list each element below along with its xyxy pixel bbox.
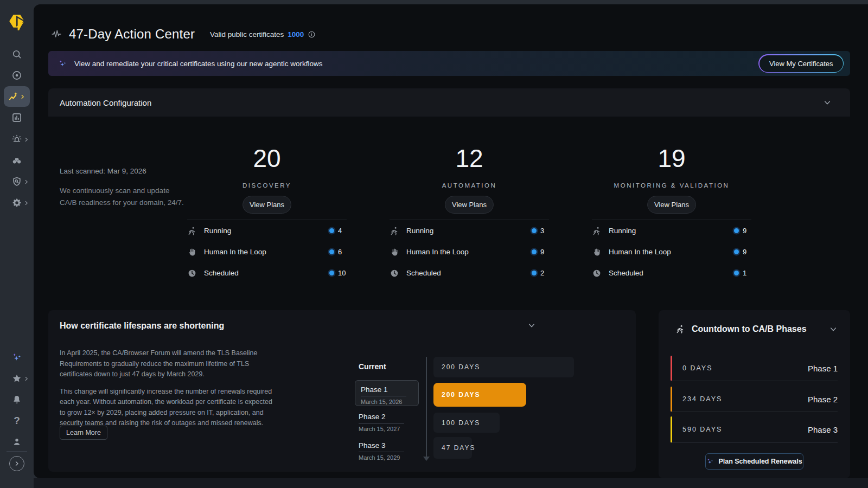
blue-dot bbox=[734, 249, 739, 254]
blue-dot bbox=[532, 228, 537, 233]
discovery-binoculars-icon[interactable] bbox=[8, 152, 25, 169]
phase-item-2[interactable]: Phase 2 March 15, 2027 bbox=[359, 412, 415, 432]
stat-row-running[interactable]: Running 9 bbox=[592, 220, 751, 241]
lifespan-bar-200-days: 200 DAYS bbox=[433, 357, 574, 377]
clock-icon bbox=[592, 268, 602, 278]
phase-item-3[interactable]: Phase 3 March 15, 2029 bbox=[359, 440, 415, 461]
workflow-route-icon bbox=[8, 91, 19, 102]
chevron-down-icon[interactable] bbox=[829, 325, 838, 333]
countdown-header: Countdown to CA/B Phases bbox=[675, 324, 838, 334]
stat-row-scheduled[interactable]: Scheduled 2 bbox=[390, 262, 549, 284]
stat-row-human-in-the-loop[interactable]: Human In the Loop 6 bbox=[187, 241, 347, 262]
blue-dot bbox=[532, 271, 537, 275]
target-icon[interactable] bbox=[8, 67, 25, 84]
phase-accent-bar bbox=[671, 356, 672, 381]
view-plans-button[interactable]: View Plans bbox=[445, 196, 494, 214]
hand-icon bbox=[390, 247, 399, 257]
ai-sparkles-icon[interactable] bbox=[8, 349, 25, 366]
search-icon[interactable] bbox=[8, 46, 25, 63]
stat-label: MONITORING & VALIDATION bbox=[592, 182, 751, 189]
stat-label: AUTOMATION bbox=[390, 182, 549, 189]
count-badge: 6 bbox=[329, 248, 347, 256]
sparkles-icon bbox=[706, 458, 714, 465]
blue-dot bbox=[734, 271, 739, 275]
automation-configuration-header[interactable]: Automation Configuration bbox=[48, 88, 850, 117]
window-bottom-strip bbox=[34, 478, 868, 488]
notifications-bell-icon[interactable] bbox=[8, 391, 25, 408]
lifespans-paragraph-2: This change will significantly increase … bbox=[60, 387, 277, 429]
automation-configuration-panel: Automation Configuration Last scanned: M… bbox=[48, 88, 850, 302]
main-content: 47-Day Action Center Valid public certif… bbox=[34, 4, 868, 478]
current-label: Current bbox=[359, 362, 386, 371]
count-badge: 9 bbox=[532, 248, 549, 256]
hand-icon bbox=[592, 247, 602, 257]
chevron-down-icon[interactable] bbox=[823, 98, 832, 107]
settings-gear-icon[interactable] bbox=[8, 194, 32, 211]
blue-dot bbox=[734, 228, 739, 233]
lifespans-paragraph-1: In April 2025, the CA/Browser Forum will… bbox=[60, 348, 277, 380]
stat-column-automation: 12 AUTOMATION View Plans Running 3 Human… bbox=[390, 117, 549, 284]
runner-icon bbox=[592, 226, 602, 236]
count-badge: 2 bbox=[532, 269, 549, 277]
activity-pulse-icon bbox=[51, 29, 62, 40]
help-icon[interactable]: ? bbox=[8, 412, 25, 429]
stat-row-scheduled[interactable]: Scheduled 10 bbox=[187, 262, 347, 284]
count-badge: 9 bbox=[734, 227, 751, 235]
sidebar: ? bbox=[0, 0, 34, 488]
sidebar-divider bbox=[7, 451, 27, 452]
stat-count: 20 bbox=[187, 145, 347, 172]
chevron-right-icon bbox=[23, 376, 29, 382]
sparkles-icon bbox=[58, 59, 67, 68]
countdown-row-phase-3: 590 DAYS Phase 3 bbox=[671, 416, 838, 443]
chevron-right-icon bbox=[20, 94, 25, 100]
scan-info: Last scanned: Mar 9, 2026 We continuousl… bbox=[60, 167, 184, 209]
learn-more-button[interactable]: Learn More bbox=[60, 426, 107, 440]
stat-row-running[interactable]: Running 4 bbox=[187, 220, 347, 241]
account-person-icon[interactable] bbox=[8, 433, 25, 451]
brand-logo[interactable] bbox=[8, 12, 26, 30]
view-plans-button[interactable]: View Plans bbox=[647, 196, 696, 214]
stat-row-scheduled[interactable]: Scheduled 1 bbox=[592, 262, 751, 284]
stat-row-human-in-the-loop[interactable]: Human In the Loop 9 bbox=[390, 241, 549, 262]
runner-icon bbox=[675, 324, 685, 334]
stat-column-discovery: 20 DISCOVERY View Plans Running 4 Human … bbox=[187, 117, 347, 284]
lifespans-text: In April 2025, the CA/Browser Forum will… bbox=[60, 348, 277, 429]
clock-icon bbox=[390, 268, 399, 278]
page-header: 47-Day Action Center bbox=[51, 25, 195, 43]
stat-row-running[interactable]: Running 3 bbox=[390, 220, 549, 241]
view-plans-button[interactable]: View Plans bbox=[242, 196, 291, 214]
cert-summary: Valid public certificates 1000 bbox=[210, 28, 316, 40]
inspection-shield-icon[interactable] bbox=[8, 173, 32, 190]
countdown-title: Countdown to CA/B Phases bbox=[692, 324, 807, 334]
lifespan-bar-47-days: 47 DAYS bbox=[433, 437, 472, 459]
view-my-certificates-button[interactable]: View My Certificates bbox=[758, 54, 844, 73]
plan-scheduled-renewals-button[interactable]: Plan Scheduled Renewals bbox=[705, 453, 803, 470]
stat-count: 19 bbox=[592, 145, 751, 172]
count-badge: 3 bbox=[532, 227, 549, 235]
dashboard-icon[interactable] bbox=[8, 109, 25, 126]
phase-item-1-selected[interactable]: Phase 1 March 15, 2026 bbox=[355, 380, 419, 406]
lifespans-title: How certificate lifespans are shortening bbox=[60, 321, 224, 331]
cert-summary-label: Valid public certificates bbox=[210, 30, 284, 38]
timeline-down-arrow bbox=[426, 357, 427, 457]
automation-configuration-body: Last scanned: Mar 9, 2026 We continuousl… bbox=[48, 117, 850, 302]
lifespan-bar-200-days-highlighted: 200 DAYS bbox=[433, 383, 526, 407]
stat-row-human-in-the-loop[interactable]: Human In the Loop 9 bbox=[592, 241, 751, 262]
sidebar-item-workflows-active[interactable] bbox=[4, 86, 30, 107]
last-scanned-text: Last scanned: Mar 9, 2026 bbox=[60, 167, 184, 175]
lifespan-bar-100-days: 100 DAYS bbox=[433, 413, 500, 433]
agentic-workflows-banner: View and remediate your critical certifi… bbox=[48, 51, 850, 76]
alerts-icon[interactable] bbox=[8, 131, 32, 148]
banner-text: View and remediate your critical certifi… bbox=[74, 60, 322, 68]
hand-icon bbox=[187, 247, 197, 257]
blue-dot bbox=[329, 271, 334, 275]
phase-accent-bar bbox=[671, 416, 672, 442]
count-badge: 10 bbox=[329, 269, 347, 277]
cert-count-link[interactable]: 1000 bbox=[288, 30, 304, 38]
sidebar-collapse-button[interactable] bbox=[9, 456, 24, 471]
favorites-star-icon[interactable] bbox=[8, 370, 32, 387]
count-badge: 9 bbox=[734, 248, 751, 256]
info-icon[interactable] bbox=[308, 30, 316, 38]
lifespans-panel: How certificate lifespans are shortening… bbox=[48, 310, 636, 472]
chevron-down-icon[interactable] bbox=[527, 321, 536, 330]
